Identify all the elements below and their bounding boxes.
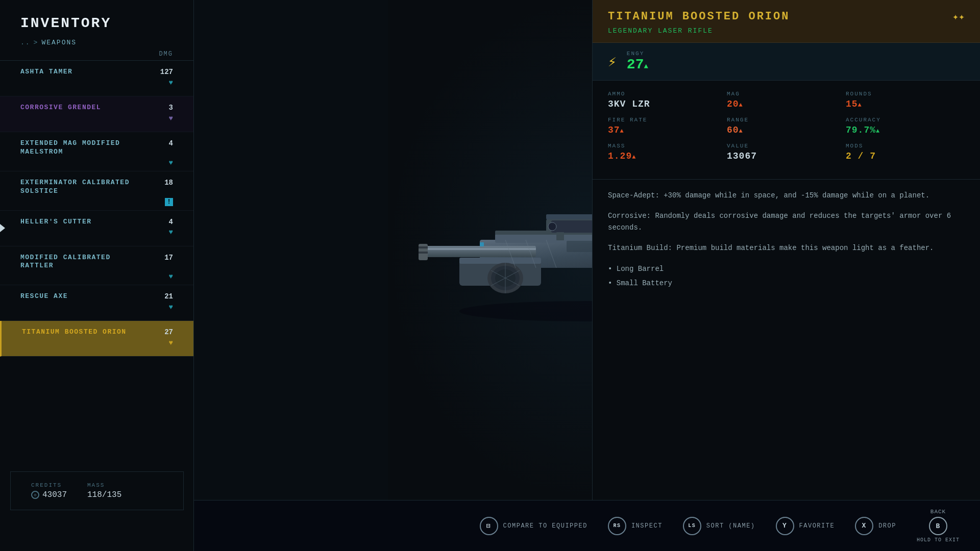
weapon-list-item[interactable]: TITANIUM BOOSTED ORION27♥ [0, 321, 193, 357]
weapon-list: ASHTA TAMER127♥CORROSIVE GRENDEL3♥EXTEND… [0, 61, 193, 357]
active-indicator [0, 224, 5, 232]
svg-rect-9 [459, 258, 541, 264]
inspect-control[interactable]: RS INSPECT [608, 517, 663, 535]
mods-stat: MODS 2 / 7 [846, 143, 965, 161]
value-stat-label: VALUE [727, 143, 846, 149]
compare-button[interactable]: ⊟ [480, 517, 498, 535]
stats-grid: AMMO 3KV LZR MAG 20▲ ROUNDS 15▲ FIRE RAT… [593, 81, 980, 180]
favorite-heart-icon: ♥ [169, 228, 173, 236]
mass-label: MASS [87, 482, 121, 488]
rounds-label: ROUNDS [846, 91, 965, 97]
value-stat: VALUE 13067 [727, 143, 846, 161]
engy-lightning-icon: ⚡ [608, 53, 617, 70]
weapon-item-dmg: 4 [169, 218, 173, 226]
ammo-label: AMMO [608, 91, 727, 97]
fire-rate-label: FIRE RATE [608, 117, 727, 123]
weapon-item-name: EXTERMINATOR CALIBRATED SOLSTICE [20, 179, 133, 196]
drop-control[interactable]: X DROP [855, 517, 896, 535]
breadcrumb-separator: > [34, 39, 39, 46]
dmg-column-header: DMG [0, 51, 193, 61]
credits-value: ⊙ 43037 [31, 490, 67, 499]
drop-label: DROP [878, 522, 896, 530]
ammo-stat: AMMO 3KV LZR [608, 91, 727, 109]
svg-rect-6 [419, 246, 428, 248]
weapon-item-name: HELLER'S CUTTER [20, 218, 133, 227]
favorite-control[interactable]: Y FAVORITE [776, 517, 835, 535]
svg-rect-3 [424, 246, 536, 257]
sort-label: SORT (NAME) [706, 522, 755, 530]
favorite-heart-icon: ♥ [169, 159, 173, 167]
mods-stat-label: MODS [846, 143, 965, 149]
back-control[interactable]: BACK B HOLD TO EXIT [917, 509, 960, 543]
weapon-list-item[interactable]: EXTENDED MAG MODIFIED MAELSTROM4♥ [0, 132, 193, 171]
inspect-label: INSPECT [631, 522, 663, 530]
favorite-heart-icon: ♥ [169, 303, 173, 311]
drop-button[interactable]: X [855, 517, 873, 535]
mag-stat: MAG 20▲ [727, 91, 846, 109]
weapon-list-item[interactable]: RESCUE AXE21♥ [0, 285, 193, 321]
weapon-list-item[interactable]: CORROSIVE GRENDEL3♥ [0, 96, 193, 132]
mag-value: 20▲ [727, 99, 846, 109]
weapon-item-dmg: 17 [164, 254, 173, 262]
weapon-detail-title: TITANIUM BOOSTED ORION [608, 10, 790, 23]
weapon-item-dmg: 4 [169, 139, 173, 147]
engy-value: 27▲ [627, 57, 648, 72]
credits-icon: ⊙ [31, 491, 39, 499]
weapon-type: LEGENDARY LASER RIFLE [608, 27, 965, 35]
favorite-button[interactable]: Y [776, 517, 794, 535]
mass-stat-label: MASS [608, 143, 727, 149]
hold-to-exit-label: HOLD TO EXIT [917, 537, 960, 543]
weapon-item-dmg: 27 [164, 328, 173, 336]
accuracy-label: ACCURACY [846, 117, 965, 123]
weapon-item-dmg: 21 [164, 292, 173, 300]
accuracy-stat: ACCURACY 79.7%▲ [846, 117, 965, 135]
sort-control[interactable]: LS SORT (NAME) [683, 517, 755, 535]
breadcrumb: .. > WEAPONS [0, 39, 193, 51]
range-label: RANGE [727, 117, 846, 123]
mod-small-battery: • Small Battery [608, 278, 965, 289]
weapon-list-item[interactable]: ASHTA TAMER127♥ [0, 61, 193, 96]
mod-long-barrel: • Long Barrel [608, 263, 965, 274]
favorite-heart-icon: ♥ [169, 79, 173, 87]
svg-point-24 [548, 222, 556, 231]
range-value: 60▲ [727, 125, 846, 135]
details-panel: TITANIUM BOOSTED ORION ✦✦ LEGENDARY LASE… [592, 0, 980, 551]
weapon-description: Space-Adept: +30% damage while in space,… [593, 180, 980, 302]
weapon-item-name: RESCUE AXE [20, 292, 133, 301]
mass-value: 118/135 [87, 490, 121, 499]
engy-label: ENGY [627, 51, 648, 57]
inspect-button[interactable]: RS [608, 517, 626, 535]
ammo-value: 3KV LZR [608, 99, 727, 109]
sort-button[interactable]: LS [683, 517, 701, 535]
fire-rate-value: 37▲ [608, 125, 727, 135]
compare-control[interactable]: ⊟ COMPARE TO EQUIPPED [480, 517, 587, 535]
svg-rect-25 [556, 232, 564, 240]
back-button[interactable]: B [929, 517, 947, 535]
mass-stat-value: 1.29▲ [608, 151, 727, 161]
weapon-list-item[interactable]: HELLER'S CUTTER4♥ [0, 211, 193, 246]
inventory-panel: INVENTORY .. > WEAPONS DMG ASHTA TAMER12… [0, 0, 194, 551]
mass-stat: MASS 1.29▲ [608, 143, 727, 161]
weapon-item-name: MODIFIED CALIBRATED RATTLER [20, 254, 133, 271]
favorite-heart-icon: ♥ [169, 272, 173, 281]
favorite-label: FAVORITE [799, 522, 835, 530]
inventory-footer: CREDITS ⊙ 43037 MASS 118/135 [10, 471, 184, 510]
range-stat: RANGE 60▲ [727, 117, 846, 135]
weapon-list-item[interactable]: EXTERMINATOR CALIBRATED SOLSTICE18! [0, 171, 193, 211]
mods-stat-value: 2 / 7 [846, 151, 965, 161]
mag-label: MAG [727, 91, 846, 97]
weapon-list-item[interactable]: MODIFIED CALIBRATED RATTLER17♥ [0, 246, 193, 286]
weapon-mods-list: • Long Barrel • Small Battery [608, 263, 965, 289]
weapon-stars: ✦✦ [952, 10, 965, 23]
credits-label: CREDITS [31, 482, 67, 488]
back-label: BACK [930, 509, 946, 515]
engy-section: ⚡ ENGY 27▲ [593, 43, 980, 81]
svg-rect-4 [424, 248, 536, 250]
desc-titanium: Titanium Build: Premium build materials … [608, 242, 965, 254]
fire-rate-stat: FIRE RATE 37▲ [608, 117, 727, 135]
breadcrumb-parent: .. [20, 39, 31, 46]
weapon-item-name: TITANIUM BOOSTED ORION [22, 328, 134, 337]
weapon-item-dmg: 3 [169, 104, 173, 112]
weapon-item-name: EXTENDED MAG MODIFIED MAELSTROM [20, 139, 133, 157]
favorite-heart-icon: ♥ [169, 114, 173, 122]
